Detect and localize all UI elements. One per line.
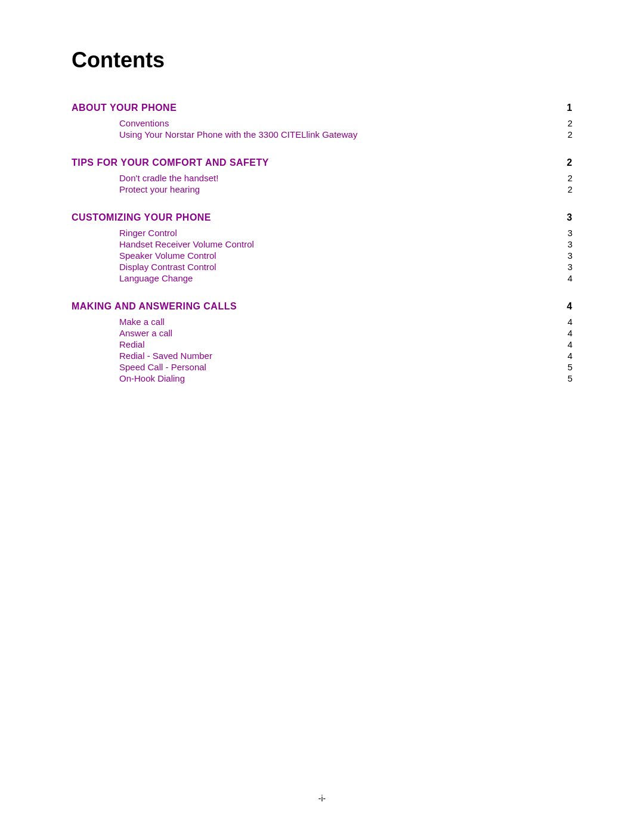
- toc-item-label: Display Contrast Control: [119, 262, 216, 272]
- toc-item-page: 3: [555, 262, 572, 272]
- toc-heading-label: CUSTOMIZING YOUR PHONE: [72, 212, 211, 223]
- toc-items-tips-comfort-safety: Don't cradle the handset!2Protect your h…: [119, 173, 572, 194]
- page: Contents ABOUT YOUR PHONE1Conventions2Us…: [0, 0, 644, 833]
- toc-item-label: Language Change: [119, 273, 193, 283]
- toc-item: Ringer Control3: [119, 228, 572, 238]
- toc-item-page: 4: [555, 339, 572, 349]
- toc-section-making-answering-calls: MAKING AND ANSWERING CALLS4Make a call4A…: [72, 301, 572, 383]
- toc-item-label: Using Your Norstar Phone with the 3300 C…: [119, 129, 357, 140]
- toc-item: Speaker Volume Control3: [119, 250, 572, 261]
- toc-section-customizing-your-phone: CUSTOMIZING YOUR PHONE3Ringer Control3Ha…: [72, 212, 572, 283]
- toc-heading-label: MAKING AND ANSWERING CALLS: [72, 301, 237, 312]
- toc-item-page: 2: [555, 118, 572, 128]
- toc-item-label: Ringer Control: [119, 228, 177, 238]
- toc-item-label: Don't cradle the handset!: [119, 173, 218, 183]
- toc-items-customizing-your-phone: Ringer Control3Handset Receiver Volume C…: [119, 228, 572, 283]
- toc-heading-page: 3: [555, 212, 572, 223]
- toc-item-page: 2: [555, 184, 572, 194]
- toc-item: On-Hook Dialing5: [119, 373, 572, 383]
- toc-heading-about-your-phone: ABOUT YOUR PHONE1: [72, 103, 572, 113]
- toc-item-label: Speaker Volume Control: [119, 250, 216, 261]
- toc-heading-page: 1: [555, 103, 572, 113]
- toc-item-label: Answer a call: [119, 328, 172, 338]
- page-footer: -i-: [0, 794, 644, 803]
- toc-item: Redial - Saved Number4: [119, 351, 572, 361]
- toc-item-page: 4: [555, 317, 572, 327]
- toc-item: Using Your Norstar Phone with the 3300 C…: [119, 129, 572, 140]
- toc-heading-tips-comfort-safety: TIPS FOR YOUR COMFORT AND SAFETY2: [72, 157, 572, 168]
- toc-heading-page: 4: [555, 301, 572, 312]
- toc-item-page: 4: [555, 328, 572, 338]
- toc-container: ABOUT YOUR PHONE1Conventions2Using Your …: [72, 103, 572, 383]
- toc-item-label: Redial - Saved Number: [119, 351, 212, 361]
- toc-item-page: 4: [555, 273, 572, 283]
- toc-item-page: 2: [555, 129, 572, 140]
- toc-items-about-your-phone: Conventions2Using Your Norstar Phone wit…: [119, 118, 572, 140]
- toc-item: Don't cradle the handset!2: [119, 173, 572, 183]
- toc-item-label: Conventions: [119, 118, 169, 128]
- toc-item-page: 4: [555, 351, 572, 361]
- toc-item-page: 3: [555, 239, 572, 249]
- toc-item-page: 5: [555, 362, 572, 372]
- toc-heading-making-answering-calls: MAKING AND ANSWERING CALLS4: [72, 301, 572, 312]
- toc-item-page: 3: [555, 250, 572, 261]
- toc-item: Language Change4: [119, 273, 572, 283]
- toc-item-page: 3: [555, 228, 572, 238]
- page-title: Contents: [72, 48, 572, 73]
- toc-item: Answer a call4: [119, 328, 572, 338]
- toc-item: Display Contrast Control3: [119, 262, 572, 272]
- toc-item-label: Redial: [119, 339, 145, 349]
- toc-item-page: 2: [555, 173, 572, 183]
- toc-item-label: On-Hook Dialing: [119, 373, 185, 383]
- toc-item: Conventions2: [119, 118, 572, 128]
- toc-item: Protect your hearing2: [119, 184, 572, 194]
- toc-item: Handset Receiver Volume Control3: [119, 239, 572, 249]
- toc-heading-label: ABOUT YOUR PHONE: [72, 103, 177, 113]
- toc-item-label: Handset Receiver Volume Control: [119, 239, 254, 249]
- toc-heading-label: TIPS FOR YOUR COMFORT AND SAFETY: [72, 157, 269, 168]
- toc-section-tips-comfort-safety: TIPS FOR YOUR COMFORT AND SAFETY2Don't c…: [72, 157, 572, 194]
- toc-item: Speed Call - Personal5: [119, 362, 572, 372]
- toc-section-about-your-phone: ABOUT YOUR PHONE1Conventions2Using Your …: [72, 103, 572, 140]
- toc-items-making-answering-calls: Make a call4Answer a call4Redial4Redial …: [119, 317, 572, 383]
- toc-item: Make a call4: [119, 317, 572, 327]
- toc-item-label: Make a call: [119, 317, 165, 327]
- toc-item-label: Protect your hearing: [119, 184, 200, 194]
- toc-item: Redial4: [119, 339, 572, 349]
- toc-item-page: 5: [555, 373, 572, 383]
- toc-item-label: Speed Call - Personal: [119, 362, 206, 372]
- toc-heading-customizing-your-phone: CUSTOMIZING YOUR PHONE3: [72, 212, 572, 223]
- toc-heading-page: 2: [555, 157, 572, 168]
